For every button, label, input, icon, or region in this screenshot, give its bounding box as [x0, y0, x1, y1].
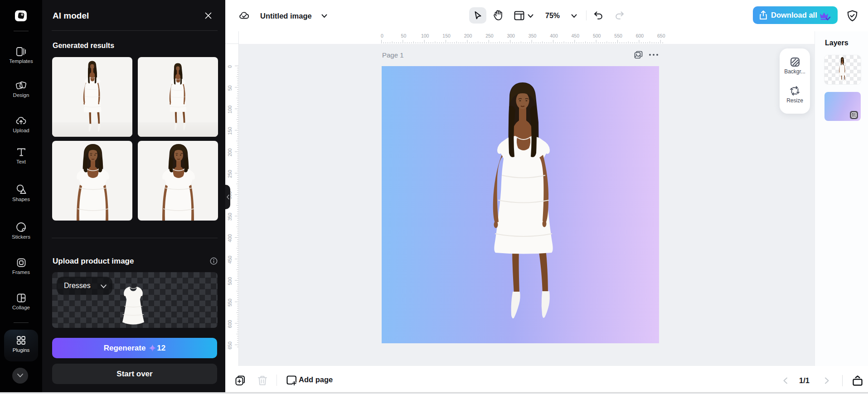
svg-text:0: 0: [227, 65, 233, 68]
svg-text:50: 50: [227, 85, 233, 91]
svg-text:150: 150: [442, 33, 451, 38]
svg-text:150: 150: [227, 127, 233, 135]
svg-text:100: 100: [227, 106, 233, 114]
svg-text:600: 600: [227, 320, 233, 328]
svg-text:200: 200: [227, 149, 233, 157]
svg-text:450: 450: [227, 255, 233, 264]
svg-text:300: 300: [507, 33, 515, 38]
svg-text:550: 550: [227, 298, 233, 307]
svg-text:500: 500: [593, 33, 601, 38]
svg-text:400: 400: [550, 33, 558, 38]
svg-text:0: 0: [381, 33, 383, 38]
svg-text:200: 200: [464, 33, 472, 38]
svg-text:550: 550: [614, 33, 622, 38]
svg-text:250: 250: [485, 33, 494, 38]
svg-text:650: 650: [227, 341, 233, 350]
svg-text:600: 600: [636, 33, 644, 38]
svg-text:400: 400: [227, 234, 233, 242]
svg-text:100: 100: [421, 33, 429, 38]
svg-text:250: 250: [227, 170, 233, 178]
svg-text:350: 350: [227, 213, 233, 221]
svg-text:500: 500: [227, 277, 233, 285]
svg-text:350: 350: [529, 33, 537, 38]
svg-text:650: 650: [657, 33, 665, 38]
svg-text:450: 450: [572, 33, 580, 38]
svg-text:50: 50: [401, 33, 407, 38]
